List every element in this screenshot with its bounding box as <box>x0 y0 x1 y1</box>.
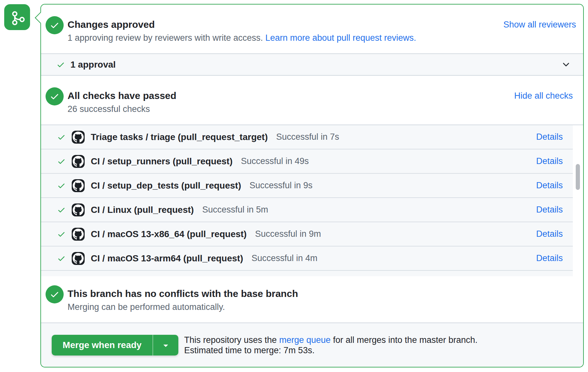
conflict-status-section: This branch has no conflicts with the ba… <box>41 276 583 323</box>
merge-queue-link[interactable]: merge queue <box>279 335 331 345</box>
check-name: CI / macOS 13-arm64 (pull_request) <box>91 253 243 264</box>
details-link[interactable]: Details <box>536 229 563 239</box>
check-icon <box>57 157 66 166</box>
github-actions-avatar <box>72 228 85 241</box>
github-actions-avatar <box>72 203 85 216</box>
checks-subtitle: 26 successful checks <box>68 102 176 116</box>
github-actions-avatar <box>72 131 85 144</box>
check-row-macos-x86: CI / macOS 13-x86_64 (pull_request) Succ… <box>41 222 573 246</box>
check-row-partial <box>41 271 573 276</box>
merge-note-text: for all merges into the master branch. <box>331 335 478 345</box>
details-link[interactable]: Details <box>536 253 563 263</box>
conflict-title: This branch has no conflicts with the ba… <box>68 287 298 300</box>
check-name: CI / setup_dep_tests (pull_request) <box>91 181 241 191</box>
merge-options-dropdown-button[interactable] <box>152 335 178 356</box>
git-branch-icon <box>8 8 26 27</box>
review-status-section: Changes approved 1 approving review by r… <box>41 5 583 53</box>
checks-title: All checks have passed <box>68 89 176 102</box>
merge-footer: Merge when ready This repository uses th… <box>41 323 583 367</box>
check-icon <box>57 133 66 141</box>
learn-more-link[interactable]: Learn more about pull request reviews. <box>265 33 416 43</box>
github-actions-avatar <box>72 252 85 265</box>
checks-list-container: Triage tasks / triage (pull_request_targ… <box>41 125 583 276</box>
merge-note-text: This repository uses the <box>184 335 279 345</box>
check-status: Successful in 7s <box>276 132 339 142</box>
check-status: Successful in 9m <box>255 229 321 239</box>
review-title: Changes approved <box>68 18 416 31</box>
merge-note-line1: This repository uses the merge queue for… <box>184 335 478 345</box>
check-icon <box>57 206 66 214</box>
check-status: Successful in 4m <box>252 253 318 263</box>
triangle-down-icon <box>161 340 171 350</box>
check-row-setup-dep-tests: CI / setup_dep_tests (pull_request) Succ… <box>41 174 573 198</box>
github-actions-avatar <box>72 179 85 192</box>
details-link[interactable]: Details <box>536 156 563 166</box>
merge-note-line2: Estimated time to merge: 7m 53s. <box>184 345 478 356</box>
approval-count-label: 1 approval <box>70 60 116 70</box>
review-subtitle: 1 approving review by reviewers with wri… <box>68 33 265 43</box>
check-row-setup-runners: CI / setup_runners (pull_request) Succes… <box>41 149 573 174</box>
check-row-linux: CI / Linux (pull_request) Successful in … <box>41 198 573 222</box>
check-name: CI / setup_runners (pull_request) <box>91 156 233 167</box>
success-check-circle-icon <box>46 87 64 105</box>
merge-status-box: Changes approved 1 approving review by r… <box>40 4 584 367</box>
check-row-triage: Triage tasks / triage (pull_request_targ… <box>41 125 573 149</box>
success-check-circle-icon <box>46 285 64 303</box>
approval-summary-row[interactable]: 1 approval <box>41 53 583 76</box>
check-status: Successful in 9s <box>249 181 312 191</box>
conflict-subtitle: Merging can be performed automatically. <box>68 300 298 314</box>
check-status: Successful in 5m <box>202 205 268 215</box>
details-link[interactable]: Details <box>536 132 563 142</box>
checks-scrollbar[interactable] <box>576 164 580 190</box>
merge-queue-note: This repository uses the merge queue for… <box>184 335 478 356</box>
merge-button-group: Merge when ready <box>52 335 178 356</box>
merge-when-ready-button[interactable]: Merge when ready <box>52 335 152 356</box>
chevron-down-icon[interactable] <box>561 60 571 70</box>
check-icon <box>57 230 66 238</box>
details-link[interactable]: Details <box>536 205 563 215</box>
checks-list: Triage tasks / triage (pull_request_targ… <box>41 125 573 276</box>
check-row-macos-arm64: CI / macOS 13-arm64 (pull_request) Succe… <box>41 246 573 271</box>
check-icon <box>57 181 66 190</box>
check-name: Triage tasks / triage (pull_request_targ… <box>91 132 268 142</box>
check-icon <box>57 254 66 263</box>
success-check-circle-icon <box>46 16 64 34</box>
hide-all-checks-link[interactable]: Hide all checks <box>514 91 573 101</box>
github-actions-avatar <box>72 155 85 168</box>
check-icon <box>57 60 65 69</box>
details-link[interactable]: Details <box>536 181 563 191</box>
checks-status-section: All checks have passed 26 successful che… <box>41 76 583 125</box>
git-branch-marker <box>4 4 30 30</box>
check-name: CI / macOS 13-x86_64 (pull_request) <box>91 229 247 239</box>
check-name: CI / Linux (pull_request) <box>91 205 194 215</box>
show-all-reviewers-link[interactable]: Show all reviewers <box>503 20 576 30</box>
check-status: Successful in 49s <box>241 156 309 166</box>
